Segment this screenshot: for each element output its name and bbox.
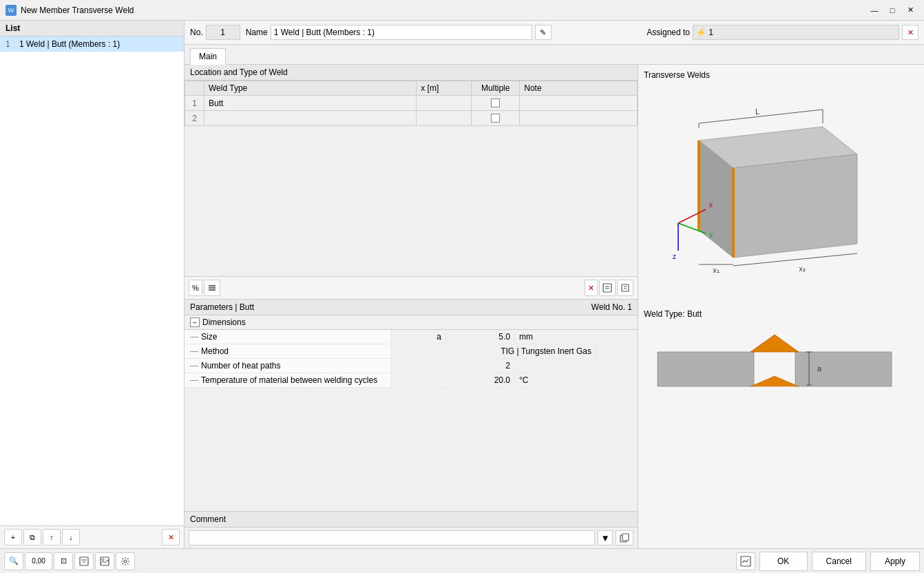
svg-point-42 [102, 559, 104, 561]
table-row[interactable]: 2 [185, 111, 638, 126]
weld-table: Weld Type x [m] Multiple Note 1 Butt [185, 81, 638, 126]
bottom-toolbar: 🔍 0,00 ⊡ OK Cancel Apply [0, 548, 924, 573]
new-item-button[interactable]: + [4, 529, 22, 545]
no-label: No. [190, 28, 203, 37]
param-heatpaths-value[interactable]: 2 [446, 359, 515, 373]
param-temp-extra [391, 378, 446, 382]
svg-rect-41 [101, 557, 109, 565]
transverse-weld-diagram: L x₁ x₂ x y [644, 85, 905, 278]
search-bottom-button[interactable]: 🔍 [4, 552, 23, 570]
settings-bottom-button[interactable] [116, 552, 135, 570]
table-delete-button[interactable]: ✕ [585, 280, 598, 296]
list-item[interactable]: 1 1 Weld | Butt (Members : 1) [0, 37, 184, 52]
name-input[interactable] [271, 25, 532, 40]
multiple-checkbox-2[interactable] [491, 114, 500, 123]
svg-text:y: y [709, 231, 713, 238]
apply-button[interactable]: Apply [870, 552, 920, 571]
svg-line-16 [699, 110, 823, 123]
svg-text:z: z [673, 253, 676, 260]
sort-button[interactable] [204, 280, 220, 296]
weld-no: Weld No. 1 [591, 302, 632, 312]
svg-point-43 [124, 560, 127, 563]
param-method-value[interactable]: TIG | Tungsten Inert Gas [446, 344, 596, 358]
viz-footer-button[interactable] [736, 552, 755, 570]
param-method-unit [596, 349, 638, 353]
left-toolbar: + ⧉ ↑ ↓ ✕ [0, 525, 184, 548]
param-size-unit: mm [515, 330, 556, 344]
param-heatpaths-label: —Number of heat paths [185, 359, 391, 373]
weld-type-title: Weld Type: Butt [644, 309, 918, 319]
no-input[interactable] [206, 25, 240, 40]
param-heatpaths-extra [391, 364, 446, 368]
header-row: No. Name ✎ Assigned to ✕ [185, 21, 924, 45]
filter-bottom-button[interactable] [74, 552, 94, 570]
close-button[interactable]: ✕ [902, 3, 918, 17]
col-multiple: Multiple [472, 81, 520, 96]
num-bottom-button[interactable]: 0,00 [25, 552, 52, 570]
name-edit-button[interactable]: ✎ [535, 25, 552, 40]
viz-upper: Transverse Welds [644, 70, 918, 304]
select-bottom-button[interactable]: ⊡ [54, 552, 73, 570]
comment-input[interactable] [189, 530, 595, 545]
svg-marker-30 [658, 352, 754, 386]
svg-rect-3 [603, 284, 611, 292]
params-title: Parameters | Butt [190, 302, 254, 312]
image-bottom-button[interactable] [95, 552, 114, 570]
svg-marker-32 [750, 335, 799, 352]
param-temp-value[interactable]: 20.0 [446, 373, 515, 387]
param-heatpaths-row: —Number of heat paths 2 [185, 359, 638, 373]
location-section-header: Location and Type of Weld [185, 65, 638, 81]
assigned-clear-button[interactable]: ✕ [902, 25, 918, 40]
param-temp-label: —Temperature of material between welding… [185, 373, 391, 387]
param-size-row: —Size a 5.0 mm [185, 330, 638, 344]
comment-header: Comment [185, 512, 638, 528]
svg-marker-13 [733, 154, 857, 258]
svg-rect-10 [622, 534, 629, 541]
collapse-button[interactable]: − [190, 317, 200, 327]
col-num [185, 81, 204, 96]
assigned-input[interactable] [693, 25, 899, 40]
param-method-row: —Method TIG | Tungsten Inert Gas [185, 344, 638, 359]
svg-text:x₂: x₂ [799, 265, 806, 273]
param-size-extra: a [391, 330, 446, 344]
main-content-split: Location and Type of Weld Weld Type x [m… [185, 65, 924, 548]
list-item-label: 1 Weld | Butt (Members : 1) [19, 39, 120, 49]
move-down-button[interactable]: ↓ [62, 529, 80, 545]
title-bar: W New Member Transverse Weld — □ ✕ [0, 0, 924, 21]
left-panel: List 1 1 Weld | Butt (Members : 1) + ⧉ ↑… [0, 21, 185, 548]
assigned-label: Assigned to [647, 28, 690, 37]
tab-main[interactable]: Main [190, 48, 226, 65]
param-size-value[interactable]: 5.0 [446, 330, 515, 344]
ok-button[interactable]: OK [759, 552, 808, 571]
table-edit-btn2[interactable] [617, 280, 633, 296]
comment-section: Comment ▼ [185, 511, 638, 548]
viz-lower: Weld Type: Butt [644, 309, 918, 543]
copy-item-button[interactable]: ⧉ [23, 529, 41, 545]
list-item-number: 1 [6, 39, 17, 49]
comment-dropdown-button[interactable]: ▼ [598, 530, 613, 545]
param-heatpaths-unit [515, 364, 556, 368]
move-up-button[interactable]: ↑ [43, 529, 61, 545]
dimensions-label: Dimensions [202, 317, 246, 327]
maximize-button[interactable]: □ [884, 3, 901, 17]
param-temp-row: —Temperature of material between welding… [185, 373, 638, 388]
svg-text:x₁: x₁ [713, 267, 720, 274]
butt-weld-diagram: a [644, 324, 905, 414]
params-content: − Dimensions —Size a 5.0 mm [185, 315, 638, 511]
svg-text:L: L [755, 107, 759, 116]
cancel-button[interactable]: Cancel [812, 552, 866, 571]
comment-copy-button[interactable] [616, 530, 633, 545]
comment-input-row: ▼ [185, 528, 638, 548]
delete-item-button[interactable]: ✕ [162, 529, 180, 545]
table-edit-btn1[interactable] [599, 280, 616, 296]
minimize-button[interactable]: — [866, 3, 883, 17]
table-row[interactable]: 1 Butt [185, 96, 638, 111]
weld-table-container: Weld Type x [m] Multiple Note 1 Butt [185, 81, 638, 276]
params-header: Parameters | Butt Weld No. 1 [185, 300, 638, 315]
multiple-checkbox-1[interactable] [491, 98, 500, 107]
list-container: 1 1 Weld | Butt (Members : 1) [0, 37, 184, 525]
list-header: List [0, 21, 184, 37]
transverse-welds-title: Transverse Welds [644, 70, 918, 80]
percent-button[interactable]: % [189, 280, 202, 296]
svg-text:x: x [709, 201, 713, 209]
